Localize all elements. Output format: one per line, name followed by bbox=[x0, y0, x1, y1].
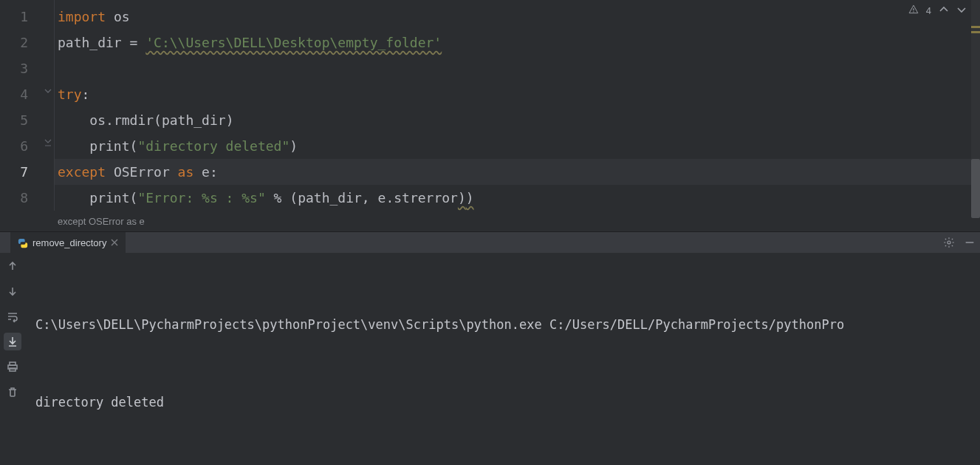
breadcrumb[interactable]: except OSError as e bbox=[0, 211, 980, 231]
hide-panel-button[interactable] bbox=[959, 232, 980, 253]
warning-marker[interactable] bbox=[971, 31, 980, 33]
line-number: 7 bbox=[20, 159, 28, 185]
warning-marker[interactable] bbox=[971, 26, 980, 28]
line-number: 4 bbox=[20, 81, 28, 107]
line-number: 8 bbox=[20, 185, 28, 211]
line-number: 2 bbox=[20, 30, 28, 55]
clear-all-button[interactable] bbox=[4, 383, 21, 401]
line-number-gutter: 1 2 3 4 5 6 7 8 bbox=[0, 0, 43, 211]
run-tool-window: remove_directory C:\Users\DELL\PycharmPr… bbox=[0, 231, 980, 465]
console-line: C:\Users\DELL\PycharmProjects\pythonProj… bbox=[35, 312, 970, 338]
code-line[interactable]: path_dir = 'C:\\Users\DELL\Desktop\empty… bbox=[55, 30, 980, 55]
fold-marker-icon[interactable] bbox=[44, 138, 52, 147]
run-tab-label: remove_directory bbox=[32, 237, 106, 248]
svg-rect-1 bbox=[913, 11, 914, 12]
code-line[interactable]: print("Error: %s : %s" % (path_dir, e.st… bbox=[55, 185, 980, 211]
code-editor[interactable]: 1 2 3 4 5 6 7 8 import os path_dir = 'C:… bbox=[0, 0, 980, 231]
run-settings-button[interactable] bbox=[939, 232, 959, 253]
print-button[interactable] bbox=[4, 358, 21, 376]
scroll-down-button[interactable] bbox=[4, 282, 21, 300]
code-line[interactable] bbox=[55, 55, 980, 81]
scroll-to-end-button[interactable] bbox=[4, 333, 21, 350]
fold-column[interactable] bbox=[43, 0, 55, 211]
prev-occurrence-button[interactable] bbox=[939, 4, 949, 17]
run-tab[interactable]: remove_directory bbox=[10, 232, 126, 253]
svg-point-2 bbox=[948, 241, 950, 244]
soft-wrap-button[interactable] bbox=[4, 308, 21, 325]
code-line[interactable]: print("directory deleted") bbox=[55, 133, 980, 159]
svg-rect-3 bbox=[966, 242, 974, 242]
code-line[interactable]: os.rmdir(path_dir) bbox=[55, 107, 980, 133]
line-number: 3 bbox=[20, 55, 28, 81]
warning-icon[interactable] bbox=[908, 4, 919, 17]
line-number: 5 bbox=[20, 107, 28, 133]
run-tabbar: remove_directory bbox=[0, 232, 980, 253]
code-line[interactable]: import os bbox=[55, 4, 980, 30]
fold-marker-icon[interactable] bbox=[44, 86, 52, 95]
run-side-toolbar bbox=[0, 253, 25, 465]
svg-rect-6 bbox=[10, 368, 16, 371]
warnings-count[interactable]: 4 bbox=[926, 5, 931, 16]
line-number: 6 bbox=[20, 133, 28, 159]
editor-scrollbar-thumb[interactable] bbox=[971, 159, 980, 218]
run-console[interactable]: C:\Users\DELL\PycharmProjects\pythonProj… bbox=[25, 253, 980, 465]
code-content[interactable]: import os path_dir = 'C:\\Users\DELL\Des… bbox=[55, 0, 980, 211]
close-tab-button[interactable] bbox=[111, 237, 118, 248]
svg-rect-0 bbox=[913, 8, 914, 10]
code-line[interactable]: try: bbox=[55, 81, 980, 107]
line-number: 1 bbox=[20, 4, 28, 30]
python-file-icon bbox=[18, 238, 28, 248]
code-line[interactable]: except OSError as e: bbox=[55, 159, 980, 185]
scroll-up-button[interactable] bbox=[4, 257, 21, 275]
next-occurrence-button[interactable] bbox=[956, 4, 967, 17]
console-line: directory deleted bbox=[35, 390, 970, 415]
editor-marker-strip[interactable] bbox=[971, 0, 980, 211]
